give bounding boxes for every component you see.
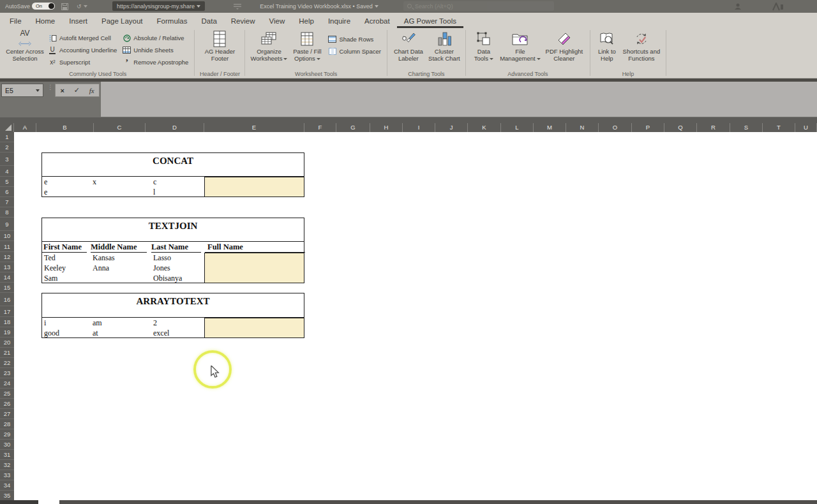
cell-c18[interactable]: am xyxy=(91,318,151,328)
concat-result-cell[interactable] xyxy=(204,177,304,197)
row-header-34[interactable]: 34 xyxy=(0,480,14,491)
row-header-17[interactable]: 17 xyxy=(0,306,14,317)
formula-input[interactable] xyxy=(101,82,817,117)
cell-d5[interactable]: c xyxy=(151,177,205,187)
row-header-22[interactable]: 22 xyxy=(0,358,14,368)
tab-inquire[interactable]: Inquire xyxy=(321,15,357,28)
cell-b19[interactable]: good xyxy=(42,328,91,338)
row-header-28[interactable]: 28 xyxy=(0,419,14,429)
row-header-30[interactable]: 30 xyxy=(0,440,14,450)
row-header-8[interactable]: 8 xyxy=(0,207,14,218)
superscript-button[interactable]: x² Superscript xyxy=(48,56,117,68)
ribbon-display-options-icon[interactable] xyxy=(234,0,241,13)
data-tools-button[interactable]: Data Tools xyxy=(470,30,497,63)
cell-b18[interactable]: i xyxy=(42,318,91,328)
column-header-S[interactable]: S xyxy=(730,123,763,132)
column-spacer-button[interactable]: Column Spacer xyxy=(327,45,380,57)
column-header-B[interactable]: B xyxy=(36,123,94,132)
tab-acrobat[interactable]: Acrobat xyxy=(357,15,397,28)
tab-help[interactable]: Help xyxy=(292,15,321,28)
column-header-U[interactable]: U xyxy=(795,123,817,132)
row-header-35[interactable]: 35 xyxy=(0,491,14,501)
column-header-T[interactable]: T xyxy=(763,123,795,132)
row-header-6[interactable]: 6 xyxy=(0,187,14,197)
cell-b6[interactable]: e xyxy=(42,187,91,197)
column-header-I[interactable]: I xyxy=(403,123,435,132)
row-header-10[interactable]: 10 xyxy=(0,231,14,241)
column-header-A[interactable]: A xyxy=(14,123,36,132)
row-header-13[interactable]: 13 xyxy=(0,262,14,272)
cell-c12[interactable]: Kansas xyxy=(91,253,151,263)
column-header-F[interactable]: F xyxy=(304,123,336,132)
cell-c5[interactable]: x xyxy=(91,177,151,187)
cell-d18[interactable]: 2 xyxy=(151,318,205,328)
row-header-32[interactable]: 32 xyxy=(0,460,14,470)
save-icon[interactable] xyxy=(61,0,68,13)
column-header-H[interactable]: H xyxy=(370,123,403,132)
worksheet-grid[interactable]: 1234567891011121314151617181920212223242… xyxy=(0,132,817,500)
document-title[interactable]: Excel Training Video Workbook.xlsx • Sav… xyxy=(255,0,383,13)
row-header-16[interactable]: 16 xyxy=(0,293,14,306)
tab-review[interactable]: Review xyxy=(224,15,262,28)
chart-data-labeler-button[interactable]: Chart Data Labeler xyxy=(392,30,425,63)
arraytotext-result-cell[interactable] xyxy=(204,318,304,338)
row-header-3[interactable]: 3 xyxy=(0,152,14,166)
cancel-icon[interactable]: × xyxy=(60,87,64,94)
column-header-R[interactable]: R xyxy=(697,123,730,132)
row-header-4[interactable]: 4 xyxy=(0,166,14,177)
shade-rows-button[interactable]: Shade Rows xyxy=(327,33,380,45)
column-header-J[interactable]: J xyxy=(435,123,468,132)
row-header-18[interactable]: 18 xyxy=(0,317,14,327)
cell-d14[interactable]: Obisanya xyxy=(151,273,205,283)
cell-c19[interactable]: at xyxy=(91,328,151,338)
row-header-23[interactable]: 23 xyxy=(0,368,14,378)
undo-button[interactable]: ↺ xyxy=(77,0,87,13)
center-across-selection-button[interactable]: AV Center Across Selection xyxy=(6,30,44,63)
row-header-14[interactable]: 14 xyxy=(0,272,14,283)
column-header-O[interactable]: O xyxy=(599,123,632,132)
cell-b12[interactable]: Ted xyxy=(42,253,91,263)
row-header-21[interactable]: 21 xyxy=(0,348,14,358)
paste-fill-options-button[interactable]: Paste / Fill Options xyxy=(290,30,324,63)
insert-function-icon[interactable]: fx xyxy=(89,87,94,94)
column-header-C[interactable]: C xyxy=(94,123,146,132)
autosave-toggle[interactable]: On xyxy=(32,3,55,10)
row-header-26[interactable]: 26 xyxy=(0,399,14,409)
document-location-dropdown[interactable]: https://analysisgroup-my.share xyxy=(112,1,205,11)
column-header-K[interactable]: K xyxy=(468,123,501,132)
row-header-7[interactable]: 7 xyxy=(0,197,14,207)
row-header-5[interactable]: 5 xyxy=(0,177,14,187)
cell-c6[interactable] xyxy=(91,187,151,197)
tab-file[interactable]: File xyxy=(3,15,29,28)
tab-insert[interactable]: Insert xyxy=(62,15,94,28)
tab-data[interactable]: Data xyxy=(195,15,224,28)
file-management-button[interactable]: File Management xyxy=(500,30,541,63)
row-header-1[interactable]: 1 xyxy=(0,132,14,142)
search-box[interactable]: Search (Alt+Q) xyxy=(403,1,554,11)
absolute-relative-button[interactable]: Absolute / Relative xyxy=(122,32,188,44)
name-box[interactable]: E5 xyxy=(1,84,43,97)
row-header-33[interactable]: 33 xyxy=(0,470,14,480)
column-header-P[interactable]: P xyxy=(632,123,664,132)
row-header-25[interactable]: 25 xyxy=(0,389,14,399)
column-header-M[interactable]: M xyxy=(534,123,566,132)
unhide-sheets-button[interactable]: Unhide Sheets xyxy=(122,44,188,56)
column-header-G[interactable]: G xyxy=(336,123,370,132)
tab-page-layout[interactable]: Page Layout xyxy=(94,15,150,28)
tab-ag-power-tools[interactable]: AG Power Tools xyxy=(397,15,463,28)
pdf-highlight-cleaner-button[interactable]: PDF Highlight Cleaner xyxy=(543,30,585,63)
column-header-L[interactable]: L xyxy=(501,123,534,132)
row-header-20[interactable]: 20 xyxy=(0,337,14,348)
titlebar-user-icon[interactable] xyxy=(734,0,742,13)
row-header-19[interactable]: 19 xyxy=(0,327,14,337)
column-header-N[interactable]: N xyxy=(566,123,599,132)
horizontal-scrollbar[interactable] xyxy=(59,500,817,504)
row-header-24[interactable]: 24 xyxy=(0,378,14,389)
tab-formulas[interactable]: Formulas xyxy=(150,15,195,28)
cell-b13[interactable]: Keeley xyxy=(42,263,91,273)
column-header-E[interactable]: E xyxy=(204,123,304,132)
cell-d19[interactable]: excel xyxy=(151,328,205,338)
ag-header-footer-button[interactable]: AG Header Footer xyxy=(201,30,238,63)
accounting-underline-button[interactable]: U Accounting Underline xyxy=(48,44,117,56)
link-to-help-button[interactable]: Link to Help xyxy=(595,30,619,63)
